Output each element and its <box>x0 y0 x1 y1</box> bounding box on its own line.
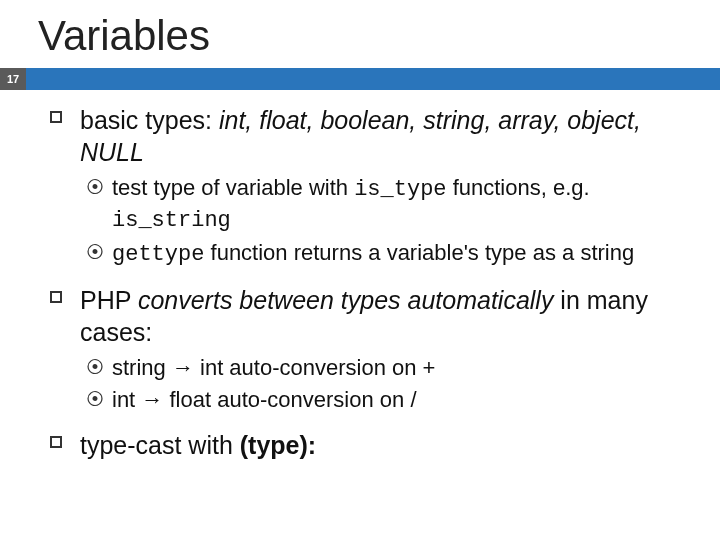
sub-text: test type of variable with <box>112 175 354 200</box>
accent-bar: 17 <box>0 68 720 90</box>
sub-bullet-item: ⦿ string → int auto-conversion on + <box>86 354 692 383</box>
bullet-strong: (type): <box>240 431 316 459</box>
target-bullet-icon: ⦿ <box>86 178 104 196</box>
sub-text: int → float auto-conversion on / <box>112 387 417 412</box>
target-bullet-icon: ⦿ <box>86 243 104 261</box>
sub-bullet-item: ⦿ gettype function returns a variable's … <box>86 239 692 270</box>
bullet-text: type-cast with <box>80 431 240 459</box>
bullet-text: basic types: <box>80 106 219 134</box>
sub-text: functions, e.g. <box>447 175 590 200</box>
bullet-item: PHP converts between types automatically… <box>50 284 692 415</box>
square-bullet-icon <box>50 436 62 448</box>
slide: Variables 17 basic types: int, float, bo… <box>0 0 720 540</box>
sub-bullet-item: ⦿ int → float auto-conversion on / <box>86 386 692 415</box>
page-number: 17 <box>7 73 19 85</box>
bullet-item: type-cast with (type): <box>50 429 692 461</box>
sub-bullet-group: ⦿ string → int auto-conversion on + ⦿ in… <box>86 354 692 415</box>
slide-title: Variables <box>0 0 720 68</box>
sub-text: function returns a variable's type as a … <box>204 240 634 265</box>
sub-bullet-group: ⦿ test type of variable with is_type fun… <box>86 174 692 270</box>
bullet-text: PHP <box>80 286 138 314</box>
target-bullet-icon: ⦿ <box>86 358 104 376</box>
target-bullet-icon: ⦿ <box>86 390 104 408</box>
code-text: gettype <box>112 242 204 267</box>
code-text: is_type <box>354 177 446 202</box>
sub-text: string → int auto-conversion on + <box>112 355 435 380</box>
square-bullet-icon <box>50 111 62 123</box>
sub-bullet-item: ⦿ test type of variable with is_type fun… <box>86 174 692 235</box>
code-text: is_string <box>112 208 231 233</box>
bullet-emph: converts between types automatically <box>138 286 554 314</box>
page-number-box: 17 <box>0 68 26 90</box>
bullet-item: basic types: int, float, boolean, string… <box>50 104 692 270</box>
square-bullet-icon <box>50 291 62 303</box>
slide-content: basic types: int, float, boolean, string… <box>0 90 720 461</box>
